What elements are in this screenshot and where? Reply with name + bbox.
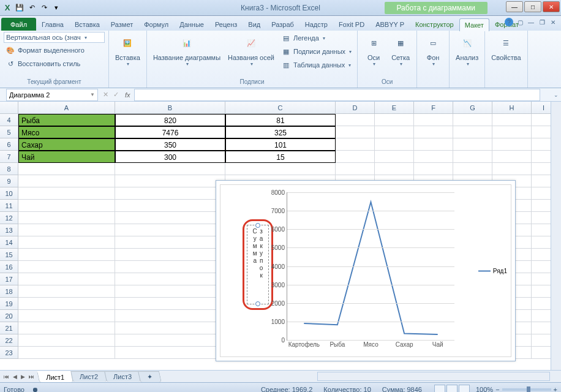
tab-chart-design[interactable]: Конструктор	[410, 18, 459, 31]
reset-style-button[interactable]: ↺Восстановить стиль	[4, 58, 105, 70]
row-header[interactable]: 15	[0, 249, 18, 261]
sheet-nav-prev-icon[interactable]: ◀	[12, 374, 18, 380]
cell[interactable]	[115, 347, 225, 359]
qat-customize-icon[interactable]: ▾	[51, 3, 61, 13]
row-header[interactable]: 20	[0, 310, 18, 322]
cell[interactable]	[115, 249, 225, 261]
cell[interactable]	[18, 298, 115, 310]
sheet-tab-1[interactable]: Лист1	[37, 371, 73, 382]
row-header[interactable]: 23	[0, 347, 18, 359]
cell[interactable]	[453, 138, 492, 151]
insert-button[interactable]: 🖼️Вставка	[113, 32, 143, 68]
cell[interactable]	[18, 212, 115, 224]
close-button[interactable]: ✕	[543, 1, 560, 12]
cell[interactable]	[336, 163, 375, 175]
cell[interactable]: 101	[225, 138, 336, 151]
cell[interactable]	[18, 273, 115, 285]
zoom-in-icon[interactable]: +	[554, 386, 557, 393]
cancel-icon[interactable]: ✕	[100, 91, 111, 99]
page-break-view-icon[interactable]	[459, 385, 470, 393]
macro-record-icon[interactable]: ⏺	[32, 386, 39, 393]
sheet-nav-last-icon[interactable]: ⏭	[28, 374, 36, 380]
row-header[interactable]: 22	[0, 334, 18, 347]
cell[interactable]	[453, 114, 492, 126]
doc-minimize-icon[interactable]: —	[527, 18, 535, 26]
cell[interactable]	[18, 187, 115, 200]
legend-button[interactable]: ▤Легенда	[279, 32, 353, 44]
cell[interactable]	[115, 285, 225, 298]
tab-chart-layout[interactable]: Макет	[459, 18, 489, 31]
column-header[interactable]: D	[336, 102, 375, 113]
tab-developer[interactable]: Разраб	[266, 18, 299, 31]
column-header[interactable]: H	[492, 102, 532, 113]
cell[interactable]	[453, 151, 492, 163]
cell[interactable]	[375, 138, 414, 151]
name-box[interactable]: Диаграмма 2▼	[6, 89, 98, 101]
cell[interactable]	[225, 163, 336, 175]
tab-foxit[interactable]: Foxit PD	[333, 18, 370, 31]
properties-button[interactable]: ☰Свойства	[489, 32, 523, 62]
cell[interactable]	[414, 138, 453, 151]
row-header[interactable]: 21	[0, 322, 18, 334]
cell[interactable]	[492, 126, 532, 138]
column-header[interactable]: E	[375, 102, 414, 113]
row-header[interactable]: 13	[0, 224, 18, 236]
cell[interactable]	[375, 151, 414, 163]
background-button[interactable]: ▭Фон	[421, 32, 445, 68]
cell[interactable]	[115, 187, 225, 200]
cell[interactable]	[492, 151, 532, 163]
cell[interactable]	[453, 163, 492, 175]
cell[interactable]	[375, 114, 414, 126]
cell[interactable]	[18, 224, 115, 236]
row-header[interactable]: 8	[0, 163, 18, 175]
save-icon[interactable]: 💾	[15, 3, 24, 13]
cell[interactable]	[18, 322, 115, 334]
embedded-chart[interactable]: Сумма закупок 01000200030004000500060007…	[216, 180, 516, 361]
cell[interactable]: 15	[225, 151, 336, 163]
cell[interactable]: 325	[225, 126, 336, 138]
fx-icon[interactable]: fx	[121, 91, 134, 99]
cell[interactable]: 820	[115, 114, 225, 126]
cell[interactable]	[414, 151, 453, 163]
doc-close-icon[interactable]: ✕	[549, 18, 557, 26]
cell[interactable]	[115, 236, 225, 249]
row-header[interactable]: 4	[0, 114, 18, 126]
tab-insert[interactable]: Вставка	[69, 18, 105, 31]
new-sheet-button[interactable]: ✦	[138, 371, 162, 382]
undo-icon[interactable]: ↶	[27, 3, 37, 13]
column-header[interactable]: G	[453, 102, 492, 113]
doc-restore-icon[interactable]: ❐	[538, 18, 546, 26]
horizontal-scrollbar[interactable]	[317, 372, 550, 381]
cell[interactable]	[115, 163, 225, 175]
page-layout-view-icon[interactable]	[446, 385, 457, 393]
cell[interactable]	[115, 273, 225, 285]
row-header[interactable]: 12	[0, 212, 18, 224]
sheet-tab-2[interactable]: Лист2	[70, 371, 107, 382]
cell[interactable]	[336, 114, 375, 126]
cell[interactable]	[18, 175, 115, 187]
plot-area[interactable]: 010002000300040005000600070008000Картофе…	[287, 192, 454, 341]
cell[interactable]	[18, 236, 115, 249]
help-icon[interactable]: ?	[505, 18, 513, 26]
row-header[interactable]: 19	[0, 298, 18, 310]
cell[interactable]	[414, 126, 453, 138]
cell[interactable]	[115, 310, 225, 322]
chart-legend[interactable]: Ряд1	[478, 268, 507, 274]
formula-input[interactable]	[134, 89, 540, 101]
cell[interactable]	[336, 126, 375, 138]
cell[interactable]	[18, 285, 115, 298]
chart-title-button[interactable]: 📊Название диаграммы	[151, 32, 223, 68]
row-header[interactable]: 6	[0, 138, 18, 151]
cell[interactable]	[115, 212, 225, 224]
cell[interactable]	[18, 249, 115, 261]
chart-area[interactable]: Сумма закупок 01000200030004000500060007…	[220, 184, 511, 357]
cell[interactable]: 7476	[115, 126, 225, 138]
cell[interactable]	[115, 322, 225, 334]
axis-titles-button[interactable]: 📈Названия осей	[225, 32, 277, 68]
sheet-nav-next-icon[interactable]: ▶	[20, 374, 26, 380]
cell[interactable]	[375, 163, 414, 175]
analysis-button[interactable]: 📉Анализ	[453, 32, 481, 68]
cell[interactable]	[336, 151, 375, 163]
vertical-scrollbar[interactable]	[551, 102, 561, 370]
cell[interactable]	[115, 175, 225, 187]
